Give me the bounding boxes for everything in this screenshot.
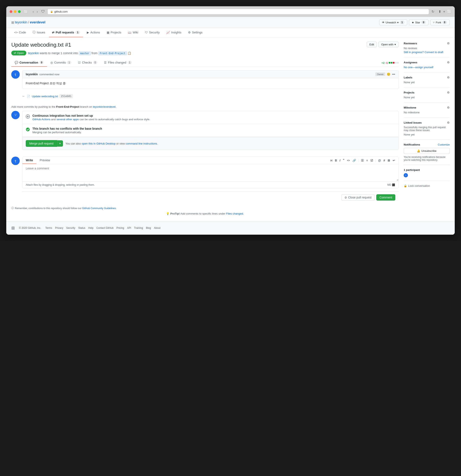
comment-textarea[interactable] [22, 164, 399, 181]
footer-terms[interactable]: Terms [45, 227, 52, 230]
task-list-btn[interactable]: ☑ [370, 158, 374, 162]
projects-gear-button[interactable]: ⚙ [447, 91, 450, 94]
command-line-link[interactable]: command line instructions [126, 142, 157, 145]
repo-owner-link[interactable]: teyonkin [15, 20, 27, 24]
files-changed-link[interactable]: Files changed [226, 212, 243, 215]
undo-btn[interactable]: ↩ [392, 158, 396, 162]
star-button[interactable]: ★ Star 0 [409, 19, 429, 25]
back-button[interactable]: ‹ [32, 9, 34, 14]
tab-conversation[interactable]: 💬 Conversation 0 [11, 59, 47, 67]
comment-time: commented now [40, 73, 60, 76]
ci-integration-item: Continuous integration has not been set … [22, 111, 399, 124]
base-branch-tag: master [79, 51, 91, 55]
unsubscribe-button[interactable]: 🔔 Unsubscribe [404, 148, 450, 154]
diff-bar-1 [389, 62, 390, 64]
linked-issues-gear-button[interactable]: ⚙ [447, 121, 450, 124]
ref-btn[interactable]: # [383, 158, 386, 162]
reload-icon[interactable]: ↻ [432, 10, 434, 14]
address-bar[interactable]: 🔒 github.com [47, 9, 429, 14]
repo-link[interactable]: teyonkin/everdevel [93, 105, 115, 108]
bold-btn[interactable]: B [334, 158, 338, 162]
comment-more-icon[interactable]: ••• [392, 73, 395, 76]
fork-button[interactable]: ⑂ Fork 0 [430, 19, 450, 25]
repo-breadcrumb: ⊞ teyonkin / everdevel [11, 20, 45, 25]
watch-button[interactable]: 👁 Unwatch ▾ 1 [379, 19, 407, 25]
footer-help[interactable]: Help [88, 227, 94, 230]
milestone-gear-button[interactable]: ⚙ [447, 106, 450, 109]
nav-issues[interactable]: ⓘ Issues [30, 28, 48, 37]
comment-author[interactable]: teyonkin [26, 73, 38, 76]
footer-security[interactable]: Security [66, 227, 75, 230]
tabs-button[interactable]: ⬜ [447, 10, 451, 14]
nav-code[interactable]: <> Code [11, 28, 29, 37]
cross-ref-btn[interactable]: ⊞ [387, 158, 391, 162]
footer-training[interactable]: Training [134, 227, 143, 230]
forward-button[interactable]: › [36, 9, 38, 14]
maximize-window-button[interactable] [18, 10, 21, 13]
repo-name-link[interactable]: everdevel [30, 20, 45, 24]
tab-checks[interactable]: ☑ Checks 0 [75, 59, 101, 67]
nav-pull-requests[interactable]: ⇄ Pull requests 1 [49, 28, 83, 37]
reviewers-gear-button[interactable]: ⚙ [447, 42, 450, 45]
footer-about[interactable]: About [154, 227, 161, 230]
commit-link[interactable]: Update webcoding.txt [32, 95, 58, 98]
emoji-reaction-icon[interactable]: 🙂 [387, 73, 390, 76]
svg-text:t: t [14, 73, 17, 77]
code-btn[interactable]: <> [346, 159, 351, 162]
edit-pr-button[interactable]: Edit [367, 42, 377, 47]
tab-files-changed[interactable]: ☰ Files changed 1 [101, 59, 135, 67]
mention-btn[interactable]: @ [377, 158, 382, 162]
footer-privacy[interactable]: Privacy [55, 227, 63, 230]
community-guidelines-link[interactable]: GitHub Community Guidelines [82, 207, 116, 210]
share-button[interactable]: ⬆ [438, 10, 441, 14]
assign-yourself-link[interactable]: No one—assign yourself [404, 66, 450, 69]
open-desktop-link[interactable]: open this in GitHub Desktop [82, 142, 116, 145]
merge-dropdown-button[interactable]: ▾ [57, 140, 63, 147]
lock-conversation-link[interactable]: 🔒 Lock conversation [404, 184, 450, 187]
nav-actions[interactable]: ▶ Actions [84, 28, 103, 37]
other-apps-link[interactable]: several other apps [57, 118, 79, 121]
unordered-list-btn[interactable]: ☰ [360, 158, 365, 162]
footer-pricing[interactable]: Pricing [117, 227, 124, 230]
tab-commits[interactable]: ◎ Commits 1 [47, 59, 75, 67]
star-icon: ★ [412, 21, 414, 24]
merge-pr-button[interactable]: Merge pull request [26, 140, 57, 147]
github-actions-link[interactable]: GitHub Actions [32, 118, 51, 121]
assignees-gear-button[interactable]: ⚙ [447, 61, 450, 64]
footer-status[interactable]: Status [78, 227, 85, 230]
footer-blog[interactable]: Blog [146, 227, 151, 230]
convert-to-draft-link[interactable]: Still in progress? Convert to draft [404, 51, 450, 54]
quote-btn[interactable]: " [342, 158, 345, 163]
labels-gear-button[interactable]: ⚙ [447, 76, 450, 79]
heading-btn[interactable]: H [330, 159, 333, 162]
close-pr-button[interactable]: ⊘ Close pull request [341, 194, 375, 201]
footer-api[interactable]: API [127, 227, 131, 230]
nav-security[interactable]: 🛡 Security [142, 28, 163, 37]
clipboard-icon[interactable]: 📋 [128, 51, 131, 55]
pr-author-link[interactable]: teyonkin [28, 51, 39, 55]
customize-link[interactable]: Customize [438, 143, 450, 146]
footer-contact[interactable]: Contact GitHub [96, 227, 114, 230]
ordered-list-btn[interactable]: ≡ [365, 158, 369, 162]
comment-submit-button[interactable]: Comment [376, 194, 395, 201]
open-with-button[interactable]: Open with ▾ [378, 42, 399, 47]
main-content: Update webcoding.txt #1 Edit Open with ▾… [6, 37, 455, 221]
browser-window-controls [10, 10, 21, 13]
new-tab-button[interactable]: + [443, 10, 445, 14]
nav-settings[interactable]: ⚙ Settings [185, 28, 206, 37]
preview-tab[interactable]: Preview [36, 157, 53, 164]
link-btn[interactable]: 🔗 [352, 158, 357, 162]
merge-action-box: Merge pull request ▾ You can also open t… [22, 137, 399, 150]
nav-insights[interactable]: 📈 Insights [163, 28, 184, 37]
sidebar-toggle-icon[interactable]: ⬜ [24, 10, 28, 13]
fork-count: 0 [442, 21, 447, 24]
write-tab[interactable]: Write [22, 157, 36, 164]
nav-projects[interactable]: ▦ Projects [104, 28, 124, 37]
nav-wiki[interactable]: 📖 Wiki [125, 28, 141, 37]
minimize-window-button[interactable] [14, 10, 17, 13]
close-window-button[interactable] [10, 10, 12, 13]
ci-integration-sub: GitHub Actions and several other apps ca… [32, 118, 150, 121]
ci-setup-icon [26, 114, 30, 120]
italic-btn[interactable]: I [339, 158, 341, 162]
settings-icon: ⚙ [188, 31, 191, 34]
